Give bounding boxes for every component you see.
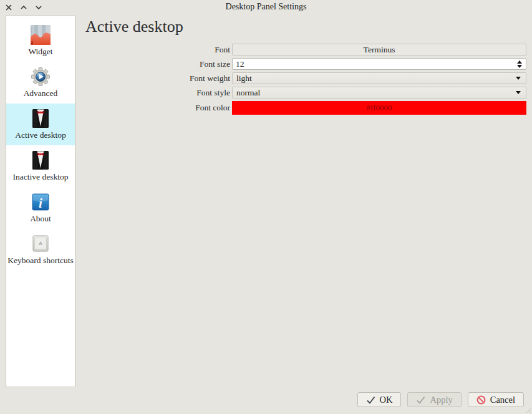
settings-form: Font Terminus Font size Font weight ligh… bbox=[85, 44, 526, 117]
check-icon bbox=[366, 396, 375, 404]
cancel-button[interactable]: Cancel bbox=[468, 392, 524, 407]
form-row-font-weight: Font weight light bbox=[85, 72, 526, 84]
sidebar-item-label: Advanced bbox=[24, 89, 58, 99]
form-row-font-style: Font style normal bbox=[85, 87, 526, 99]
sidebar-item-inactive-desktop[interactable]: Inactive desktop bbox=[6, 145, 75, 187]
page-title: Active desktop bbox=[85, 17, 183, 36]
keyboard-shortcuts-icon: A bbox=[31, 234, 51, 254]
sidebar-item-label: About bbox=[30, 214, 51, 224]
sidebar-item-active-desktop[interactable]: Active desktop bbox=[6, 104, 75, 145]
font-style-label: Font style bbox=[85, 88, 232, 98]
titlebar: Desktop Panel Settings bbox=[0, 0, 532, 15]
form-row-font-size: Font size bbox=[85, 58, 526, 70]
ok-button[interactable]: OK bbox=[357, 392, 402, 407]
footer-buttons: OK Apply Cancel bbox=[357, 392, 524, 407]
font-size-input[interactable] bbox=[233, 59, 513, 69]
chevron-down-icon bbox=[516, 77, 521, 80]
font-picker-button[interactable]: Terminus bbox=[232, 44, 526, 55]
check-icon bbox=[416, 396, 425, 404]
apply-button[interactable]: Apply bbox=[407, 392, 461, 407]
font-weight-select[interactable]: light bbox=[232, 72, 526, 84]
sidebar-item-widget[interactable]: Widget bbox=[6, 20, 75, 62]
font-color-label: Font color bbox=[85, 103, 232, 113]
about-icon: i bbox=[31, 192, 51, 212]
sidebar-item-label: Widget bbox=[28, 47, 52, 57]
font-style-value: normal bbox=[236, 88, 260, 98]
cancel-icon bbox=[476, 395, 486, 405]
spinner-up-icon[interactable] bbox=[517, 60, 522, 64]
font-size-spinbox bbox=[232, 58, 526, 70]
apply-button-label: Apply bbox=[430, 395, 452, 405]
sidebar-item-about[interactable]: i About bbox=[6, 187, 75, 229]
active-desktop-icon bbox=[31, 108, 51, 128]
font-color-button[interactable]: #ff0000 bbox=[232, 101, 526, 115]
svg-text:A: A bbox=[39, 241, 42, 246]
sidebar-item-label: Keyboard shortcuts bbox=[7, 256, 73, 266]
chevron-down-icon bbox=[516, 91, 521, 94]
widget-icon bbox=[31, 25, 51, 45]
resize-grip[interactable] bbox=[525, 407, 531, 413]
font-label: Font bbox=[85, 45, 232, 55]
form-row-font: Font Terminus bbox=[85, 44, 526, 55]
font-size-label: Font size bbox=[85, 59, 232, 69]
sidebar-item-keyboard-shortcuts[interactable]: A Keyboard shortcuts bbox=[6, 229, 75, 271]
inactive-desktop-icon bbox=[31, 150, 51, 170]
window-title: Desktop Panel Settings bbox=[0, 2, 532, 12]
font-weight-label: Font weight bbox=[85, 74, 232, 84]
cancel-button-label: Cancel bbox=[490, 395, 515, 405]
font-style-select[interactable]: normal bbox=[232, 87, 526, 99]
sidebar-item-advanced[interactable]: Advanced bbox=[6, 62, 75, 104]
ok-button-label: OK bbox=[380, 395, 393, 405]
form-row-font-color: Font color #ff0000 bbox=[85, 101, 526, 115]
font-size-spinner[interactable] bbox=[513, 59, 526, 69]
sidebar: Widget Advanced bbox=[6, 16, 75, 387]
sidebar-item-label: Active desktop bbox=[15, 130, 65, 140]
spinner-down-icon[interactable] bbox=[517, 65, 522, 68]
advanced-icon bbox=[31, 67, 51, 87]
svg-text:i: i bbox=[39, 196, 42, 211]
font-weight-value: light bbox=[236, 74, 252, 84]
sidebar-item-label: Inactive desktop bbox=[13, 172, 69, 182]
